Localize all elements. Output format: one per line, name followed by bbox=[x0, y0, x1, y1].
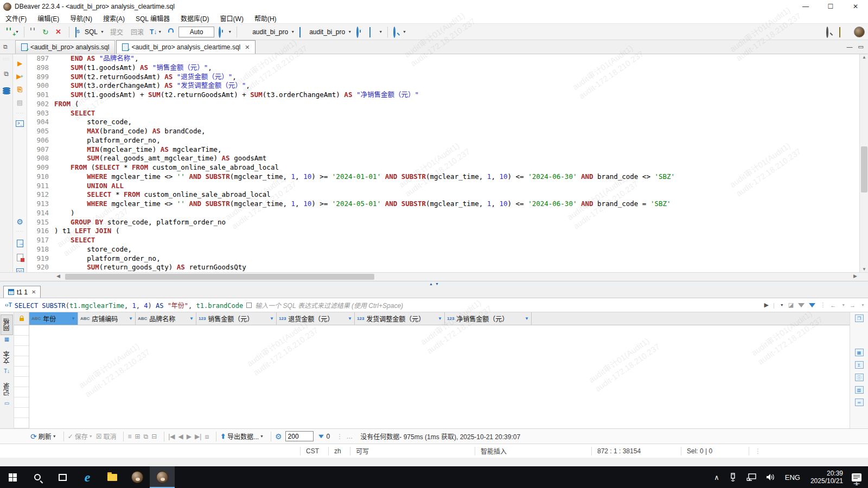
calc-panel-icon[interactable]: Σ bbox=[855, 361, 864, 369]
user-avatar[interactable] bbox=[854, 27, 865, 37]
start-button[interactable] bbox=[0, 466, 25, 488]
column-header-0[interactable]: ABC年份▼ bbox=[29, 312, 78, 325]
cancel-button[interactable]: ☒取消 bbox=[96, 432, 117, 441]
lock-button[interactable] bbox=[164, 27, 176, 37]
schema-selector[interactable]: audit_bi_pro▼ bbox=[297, 27, 353, 37]
collapse-up-icon[interactable]: ▲ bbox=[429, 282, 433, 286]
menu-item-7[interactable]: 帮助(H) bbox=[254, 14, 277, 23]
nav-back-icon[interactable]: ← bbox=[830, 302, 836, 309]
menu-item-0[interactable]: 文件(F) bbox=[5, 14, 27, 23]
result-tab-close-icon[interactable]: ✕ bbox=[31, 289, 36, 295]
column-sort-icon[interactable]: ▼ bbox=[435, 316, 442, 321]
code-line[interactable]: 920 SUM(return_goods_qty) AS returnGoods… bbox=[27, 263, 859, 272]
menu-item-2[interactable]: 导航(N) bbox=[70, 14, 92, 23]
commit-mode-select[interactable]: Auto bbox=[178, 27, 214, 37]
quick-search-button[interactable] bbox=[824, 27, 836, 37]
internet-explorer-button[interactable]: e bbox=[75, 466, 100, 488]
transaction-timeout-button[interactable]: ▼ bbox=[216, 27, 233, 37]
action-center-icon[interactable]: 1 bbox=[852, 473, 861, 481]
editor-results-splitter[interactable]: ▲ ▼ bbox=[0, 281, 868, 286]
taskbar-search-button[interactable] bbox=[25, 466, 50, 488]
next-page-icon[interactable]: ▶ bbox=[187, 433, 192, 440]
result-settings-icon[interactable]: ⚙ bbox=[275, 432, 282, 441]
column-header-1[interactable]: ABC店铺编码▼ bbox=[78, 312, 136, 325]
value-viewer-icon[interactable]: ▦ bbox=[855, 349, 864, 356]
status-caret-position[interactable]: 872 : 1 : 38154 bbox=[591, 447, 681, 455]
nav-forward-icon[interactable]: → bbox=[850, 302, 856, 309]
maximize-panel-icon[interactable]: ❐ bbox=[855, 314, 864, 322]
execute-new-tab-button[interactable]: ▶+ bbox=[15, 72, 25, 81]
code-line[interactable]: 916) t1 LEFT JOIN ( bbox=[27, 227, 859, 236]
code-line[interactable]: 905 MAX(brand_code) AS brandCode, bbox=[27, 127, 859, 136]
status-overflow-icon[interactable]: ⋮ bbox=[749, 447, 770, 455]
code-line[interactable]: 904 store_code, bbox=[27, 118, 859, 127]
open-perspective-button[interactable] bbox=[837, 27, 849, 37]
column-header-2[interactable]: ABC品牌名称▼ bbox=[136, 312, 196, 325]
reconnect-button[interactable]: ↻ bbox=[41, 27, 53, 37]
close-button[interactable]: ✕ bbox=[843, 0, 868, 13]
column-header-5[interactable]: 123发货调整金额（元）▼ bbox=[355, 312, 445, 325]
code-line[interactable]: 903 SELECT bbox=[27, 109, 859, 118]
restore-navigator-icon[interactable]: ⧉ bbox=[2, 69, 11, 79]
aggregate-panel-icon[interactable]: ▥ bbox=[855, 386, 864, 394]
result-view-tab-0[interactable]: 网格 bbox=[1, 314, 13, 335]
file-explorer-button[interactable] bbox=[100, 466, 125, 488]
export-result-button[interactable] bbox=[15, 239, 25, 248]
code-line[interactable]: 912 SELECT * FROM custom_online_sale_abr… bbox=[27, 190, 859, 200]
execute-script-button[interactable]: ⎘ bbox=[15, 85, 25, 94]
code-line[interactable]: 909 FROM (SELECT * FROM custom_online_sa… bbox=[27, 163, 859, 172]
column-header-3[interactable]: 123销售金额（元）▼ bbox=[196, 312, 277, 325]
database-navigator-icon[interactable] bbox=[2, 86, 11, 96]
dbeaver-taskbar-icon[interactable] bbox=[125, 466, 150, 488]
result-tab-t1[interactable]: t1 1 ✕ bbox=[3, 286, 41, 298]
editor-vertical-scrollbar[interactable]: ▲ ▼ bbox=[859, 54, 868, 272]
fetch-all-icon[interactable]: ⧈ bbox=[205, 433, 209, 440]
references-panel-icon[interactable]: ∞ bbox=[855, 399, 864, 406]
export-data-button[interactable]: ⬆导出数据...▼ bbox=[220, 432, 264, 441]
code-line[interactable]: 918 store_code, bbox=[27, 245, 859, 254]
code-line[interactable]: 898 SUM(t1.goodsAmt) AS "销售金额（元）", bbox=[27, 63, 859, 73]
rollback-button[interactable]: 回滚 bbox=[127, 26, 147, 37]
task-view-button[interactable] bbox=[50, 466, 75, 488]
remove-filter-icon[interactable] bbox=[798, 303, 805, 307]
disconnect-button[interactable]: ✕ bbox=[54, 27, 66, 37]
column-sort-icon[interactable]: ▼ bbox=[344, 316, 352, 321]
filter-expression[interactable]: SELECT SUBSTR(t1.mgclearTime, 1, 4) AS "… bbox=[15, 300, 243, 310]
connection-selector[interactable]: audit_bi_pro▼ bbox=[240, 27, 296, 37]
column-sort-icon[interactable]: ▼ bbox=[521, 316, 529, 321]
code-line[interactable]: 897 END AS "品牌名称", bbox=[27, 54, 859, 63]
code-line[interactable]: 908 SUM(real_goods_amt_mgclear_time) AS … bbox=[27, 154, 859, 163]
output-console-button[interactable]: >_ bbox=[15, 119, 25, 129]
search-menu-button[interactable]: ▼ bbox=[391, 27, 408, 37]
code-line[interactable]: 919 platform_order_no, bbox=[27, 254, 859, 264]
network-tray-icon[interactable] bbox=[746, 473, 756, 481]
code-line[interactable]: 907 MIN(mgclear_time) AS mgclearTime, bbox=[27, 145, 859, 155]
explain-plan-button[interactable]: ▤ bbox=[15, 98, 25, 107]
add-row-icon[interactable]: ⊞ bbox=[135, 433, 141, 440]
code-line[interactable]: 906 platform_order_no, bbox=[27, 136, 859, 145]
grid-empty-area[interactable] bbox=[29, 325, 850, 428]
minimize-button[interactable]: — bbox=[793, 0, 818, 13]
menu-item-1[interactable]: 编辑(E) bbox=[37, 14, 59, 23]
new-connection-button[interactable]: +▼ bbox=[4, 27, 21, 37]
column-sort-icon[interactable]: ▼ bbox=[125, 316, 133, 321]
minimize-editor-icon[interactable]: — bbox=[847, 43, 853, 50]
tab-close-icon[interactable]: ✕ bbox=[245, 44, 250, 51]
fetch-size-input[interactable] bbox=[285, 431, 314, 441]
commit-button[interactable]: 提交 bbox=[107, 26, 126, 37]
code-line[interactable]: 914 ) bbox=[27, 209, 859, 218]
column-sort-icon[interactable]: ▼ bbox=[266, 316, 274, 321]
code-line[interactable]: 910 WHERE mgclear_time <> '' AND SUBSTR(… bbox=[27, 172, 859, 182]
collapse-down-icon[interactable]: ▼ bbox=[435, 282, 439, 286]
code-line[interactable]: 899 SUM(t2.returnGoodsAmt) AS "退货金额（元）", bbox=[27, 73, 859, 82]
code-line[interactable]: 917 SELECT bbox=[27, 236, 859, 245]
filter-history-icon[interactable]: ▼ bbox=[780, 303, 784, 307]
column-sort-icon[interactable]: ▼ bbox=[68, 316, 75, 321]
transaction-log-button[interactable]: T↓▼ bbox=[148, 27, 163, 37]
usb-tray-icon[interactable] bbox=[729, 473, 737, 481]
unsaved-file-button[interactable] bbox=[15, 253, 25, 262]
restore-panel-icon[interactable]: ⧉ bbox=[3, 43, 8, 50]
editor-horizontal-scrollbar[interactable]: ◀ ▶ bbox=[0, 272, 868, 281]
refresh-button[interactable]: ⟳刷新▼ bbox=[30, 432, 56, 441]
column-sort-icon[interactable]: ▼ bbox=[186, 316, 194, 321]
